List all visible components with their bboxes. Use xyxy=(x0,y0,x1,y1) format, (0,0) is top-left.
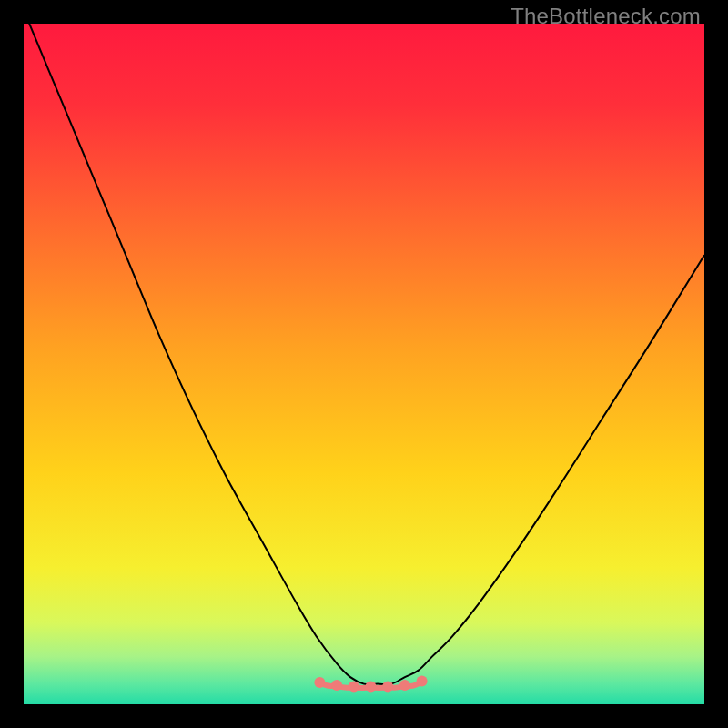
watermark-text: TheBottleneck.com xyxy=(511,4,701,29)
optimal-point xyxy=(399,680,410,691)
chart-frame xyxy=(24,24,704,704)
optimal-point xyxy=(417,676,428,687)
optimal-point xyxy=(331,680,342,691)
bottleneck-chart xyxy=(24,24,704,704)
optimal-point xyxy=(382,682,393,693)
gradient-background xyxy=(24,24,704,704)
optimal-point xyxy=(314,677,325,688)
optimal-point xyxy=(349,682,359,693)
optimal-point xyxy=(366,682,377,693)
